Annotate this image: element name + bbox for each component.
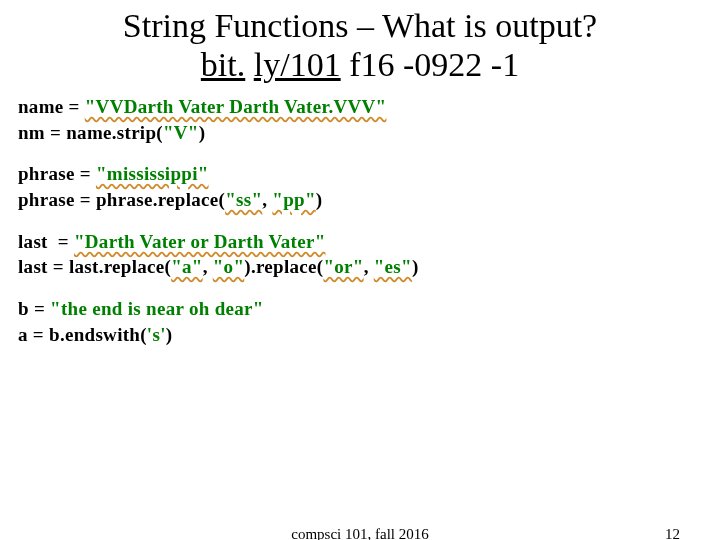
- title-line-2: bit. ly/101 f16 -0922 -1: [0, 45, 720, 84]
- code-line-5: last = "Darth Vater or Darth Vater": [18, 229, 702, 255]
- title-link-part3: f: [349, 46, 360, 83]
- code-line-4: phrase = phrase.replace("ss", "pp"): [18, 187, 702, 213]
- title-link-part4: 16 -0922 -1: [360, 46, 519, 83]
- code-line-2: nm = name.strip("V"): [18, 120, 702, 146]
- code-line-7: b = "the end is near oh dear": [18, 296, 702, 322]
- slide-title: String Functions – What is output? bit. …: [0, 0, 720, 84]
- page-number: 12: [665, 526, 680, 540]
- title-link-part1: bit.: [201, 46, 245, 83]
- blank-line: [18, 280, 702, 296]
- code-line-8: a = b.endswith('s'): [18, 322, 702, 348]
- slide: String Functions – What is output? bit. …: [0, 0, 720, 540]
- code-line-6: last = last.replace("a", "o").replace("o…: [18, 254, 702, 280]
- title-link-part2: ly/101: [254, 46, 341, 83]
- blank-line: [18, 145, 702, 161]
- code-line-3: phrase = "mississippi": [18, 161, 702, 187]
- code-block: name = "VVDarth Vater Darth Vater.VVV" n…: [0, 84, 720, 347]
- blank-line: [18, 213, 702, 229]
- title-line-1: String Functions – What is output?: [0, 6, 720, 45]
- footer-text: compsci 101, fall 2016: [0, 526, 720, 540]
- code-line-1: name = "VVDarth Vater Darth Vater.VVV": [18, 94, 702, 120]
